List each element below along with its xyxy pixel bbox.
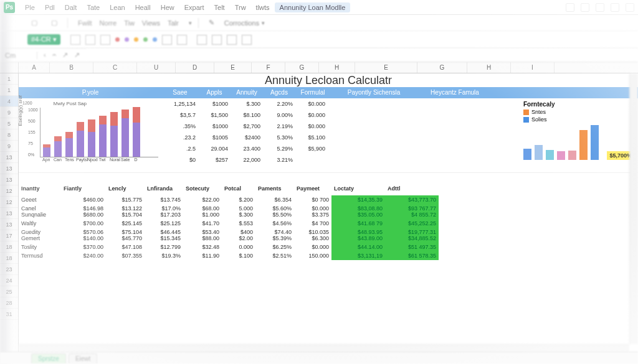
formula-input[interactable] bbox=[86, 49, 638, 62]
color-blue[interactable] bbox=[153, 37, 157, 42]
menu-heall[interactable]: Heall bbox=[130, 2, 156, 12]
window-icon-1[interactable] bbox=[566, 3, 574, 12]
dh-Lnfiranda: Lnfiranda bbox=[145, 184, 183, 195]
tb1-talr[interactable]: Talr bbox=[164, 18, 183, 28]
window-icon-5[interactable] bbox=[626, 3, 634, 12]
hdr-appls: Appls bbox=[198, 87, 231, 98]
sheet-area[interactable]: Annuity Lecloan Calculatr P.yole Saee Ap… bbox=[19, 73, 638, 352]
col-G[interactable]: G bbox=[417, 62, 467, 73]
color-orange[interactable] bbox=[134, 37, 138, 42]
menu-expart[interactable]: Expart bbox=[179, 2, 209, 12]
menu-dalt[interactable]: Dalt bbox=[60, 2, 82, 12]
tb2-sq6[interactable] bbox=[197, 35, 207, 45]
col-I[interactable]: I bbox=[511, 62, 555, 73]
tb2-sq4[interactable] bbox=[162, 35, 172, 45]
tb1-brush[interactable]: ✎ bbox=[205, 17, 218, 28]
col-G[interactable]: G bbox=[285, 62, 319, 73]
menu-lean[interactable]: Lean bbox=[105, 2, 130, 12]
menu-hew[interactable]: Hew bbox=[156, 2, 179, 12]
hdr-heycantz: Heycantz Famula bbox=[417, 87, 492, 98]
legend-solies-icon bbox=[523, 117, 529, 123]
color-purple[interactable] bbox=[125, 37, 129, 42]
metric-cell: 2.19% bbox=[263, 123, 295, 134]
side-title: Forntecaly bbox=[523, 101, 634, 108]
window-icon-3[interactable] bbox=[596, 3, 604, 12]
menu-tlwts[interactable]: tlwts bbox=[251, 2, 275, 12]
col-B[interactable]: B bbox=[50, 62, 93, 73]
dh-Paments: Paments bbox=[255, 184, 294, 195]
col-E[interactable]: E bbox=[214, 62, 252, 73]
col-C[interactable]: C bbox=[93, 62, 137, 73]
side-chart: $5,700% bbox=[523, 125, 634, 160]
scrollbar-horizontal[interactable] bbox=[19, 344, 629, 352]
dh-Potcal: Potcal bbox=[222, 184, 255, 195]
table-row: Toslity$370.00$47.108$12.799$32.480.000$… bbox=[19, 243, 638, 251]
table-row: Guedity Gemert$570.06$140.00$75.104$45.7… bbox=[19, 228, 638, 243]
fb-cancel-icon[interactable]: ‹ bbox=[44, 51, 46, 59]
col-D[interactable]: D bbox=[176, 62, 214, 73]
tb2-sq8[interactable] bbox=[227, 35, 237, 45]
tb1-norre[interactable]: Norre bbox=[96, 18, 121, 28]
color-green[interactable] bbox=[143, 37, 148, 42]
table-row: Termusd$240.00$07.355$19.3%$11.90$.100$2… bbox=[19, 251, 638, 260]
col-F[interactable]: F bbox=[252, 62, 285, 73]
dh-Loctaty: Loctaty bbox=[331, 184, 385, 195]
col-A[interactable]: A bbox=[19, 62, 50, 73]
window-icon-2[interactable] bbox=[581, 3, 589, 12]
menu-module[interactable]: Annunity Loan Modlle bbox=[275, 2, 351, 12]
col-E[interactable]: E bbox=[355, 62, 417, 73]
metric-cell: $1,500 bbox=[198, 112, 231, 123]
name-box[interactable]: Cm bbox=[0, 52, 37, 59]
tb2-sq1[interactable] bbox=[70, 35, 80, 45]
sheet-tab-active[interactable]: Sprstze bbox=[31, 353, 66, 363]
hdr-payontly: Payontly Sichensla bbox=[330, 87, 417, 98]
tb1-a[interactable]: ▢ bbox=[27, 17, 41, 28]
dh-Fiantly: Fiantly bbox=[61, 184, 106, 195]
tb2-sq5[interactable] bbox=[177, 35, 187, 45]
tb2-sq9[interactable] bbox=[242, 35, 252, 45]
tb1-fwilt[interactable]: Fwilt bbox=[74, 18, 96, 28]
metric-cell: $1005 bbox=[198, 134, 231, 146]
col-H[interactable]: H bbox=[319, 62, 355, 73]
dh-Lencly: Lencly bbox=[106, 184, 145, 195]
toolbar-2: #4-CR ▾ bbox=[0, 31, 638, 49]
tb2-sq3[interactable] bbox=[100, 35, 110, 45]
hdr-annuity: Annuity bbox=[231, 87, 263, 98]
tb1-tiw[interactable]: Tiw bbox=[120, 18, 138, 28]
tb1-dropdown[interactable]: Corroctions▾ bbox=[224, 19, 265, 27]
metric-cell bbox=[295, 157, 328, 168]
hdr-formulal: Formulal bbox=[295, 87, 330, 98]
metric-cell: 23.400 bbox=[231, 146, 263, 157]
tb1-views[interactable]: Views bbox=[138, 18, 164, 28]
window-icon-4[interactable] bbox=[611, 3, 619, 12]
grid: 1149589131313121213131718182324252831 An… bbox=[0, 73, 638, 352]
fb-accept-icon[interactable]: 𝄐 bbox=[52, 51, 56, 59]
app-logo: Ps bbox=[4, 2, 15, 13]
color-red[interactable] bbox=[115, 37, 120, 42]
sheet-tab-other[interactable]: Eiewt bbox=[69, 353, 97, 363]
menu-telt[interactable]: Telt bbox=[209, 2, 230, 12]
tb2-sq2[interactable] bbox=[85, 35, 95, 45]
fb-fx-icon[interactable]: ↗ bbox=[62, 51, 68, 59]
menu-trw[interactable]: Trw bbox=[230, 2, 251, 12]
tb1-b[interactable]: ▢ bbox=[47, 17, 61, 28]
tb2-badge[interactable]: #4-CR ▾ bbox=[27, 34, 60, 45]
menu-tate[interactable]: Tate bbox=[82, 2, 105, 12]
menu-ple[interactable]: Ple bbox=[20, 2, 40, 12]
column-headers: ABCUDEFGHEGHI bbox=[0, 62, 638, 73]
dh-Sotecuty: Sotecuty bbox=[183, 184, 222, 195]
fb-fx-icon-2[interactable]: ↗ bbox=[74, 51, 80, 59]
hdr-agcds: Agcds bbox=[263, 87, 295, 98]
menu-pdl[interactable]: Pdl bbox=[40, 2, 60, 12]
table-row: Geeet$460.00$15.775$13.745$22.00$.200$6.… bbox=[19, 195, 638, 204]
scrollbar-vertical[interactable] bbox=[629, 73, 638, 344]
toolbar-1: ▢ ▢ FwiltNorreTiwViewsTalr ▾ ✎ Corroctio… bbox=[0, 15, 638, 31]
metric-cell: 9.00% bbox=[263, 112, 295, 123]
col-U[interactable]: U bbox=[137, 62, 176, 73]
col-H[interactable]: H bbox=[467, 62, 511, 73]
tb2-sq7[interactable] bbox=[212, 35, 222, 45]
table-row: Canel Sunqnalie$146.98$680.00$13.122$15.… bbox=[19, 204, 638, 219]
menubar: Ps PlePdlDaltTateLeanHeallHewExpartTeltT… bbox=[0, 0, 638, 15]
metric-cell: .2.5 bbox=[162, 146, 198, 157]
table-row: Waltly$700.00$25.145$25.125$41.70$.553$4… bbox=[19, 219, 638, 228]
